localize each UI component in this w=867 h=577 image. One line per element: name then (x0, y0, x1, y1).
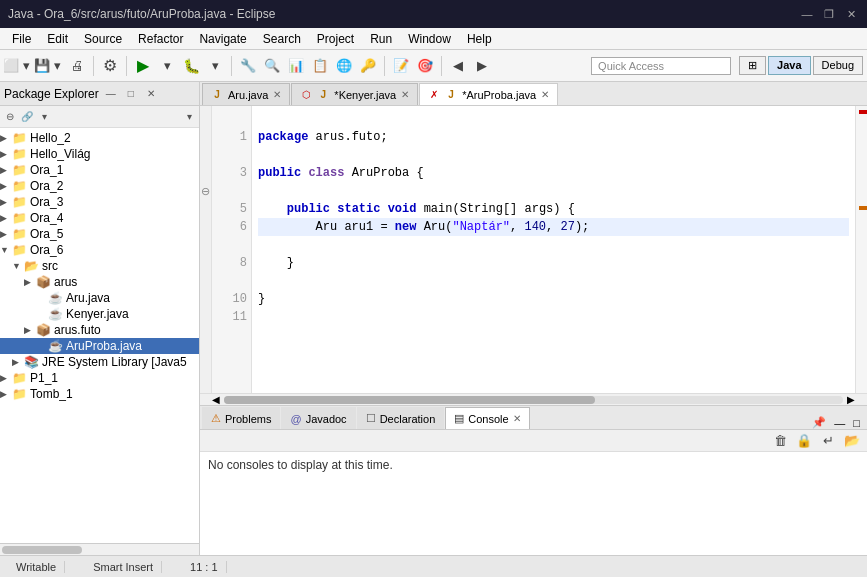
pe-collapse-all-button[interactable]: ⊖ (2, 109, 18, 125)
tab-kenyer-close[interactable]: ✕ (401, 89, 409, 100)
tree-item-ora_3[interactable]: ▶📁Ora_3 (0, 194, 199, 210)
tree-item-src[interactable]: ▼📂src (0, 258, 199, 274)
menu-search[interactable]: Search (255, 30, 309, 48)
tree-item-aruproba_java[interactable]: ☕AruProba.java (0, 338, 199, 354)
toolbar-btn-3[interactable]: 🔍 (261, 55, 283, 77)
tree-item-kenyer_java[interactable]: ☕Kenyer.java (0, 306, 199, 322)
toolbar-btn-6[interactable]: 🌐 (333, 55, 355, 77)
save-button[interactable]: 💾 (35, 55, 49, 77)
toolbar-btn-5[interactable]: 📋 (309, 55, 331, 77)
tree-item-arus[interactable]: ▶📦arus (0, 274, 199, 290)
console-scroll-lock-button[interactable]: 🔒 (793, 430, 815, 452)
horizontal-scrollbar-track[interactable] (224, 396, 843, 404)
tab-aru-close[interactable]: ✕ (273, 89, 281, 100)
run-dropdown-arrow[interactable]: ▾ (156, 55, 178, 77)
debug-perspective-button[interactable]: Debug (813, 56, 863, 75)
pe-minimize-button[interactable]: — (103, 86, 119, 102)
console-open-file-button[interactable]: 📂 (841, 430, 863, 452)
tree-label: Hello_Világ (30, 147, 91, 161)
tree-label: Ora_6 (30, 243, 63, 257)
tab-problems[interactable]: ⚠ Problems (202, 407, 280, 429)
back-button[interactable]: ◀ (447, 55, 469, 77)
tab-javadoc[interactable]: @ Javadoc (281, 407, 355, 429)
toolbar-btn-2[interactable]: 🔧 (237, 55, 259, 77)
console-close-button[interactable]: ✕ (513, 413, 521, 424)
save-dropdown[interactable]: 💾 ▾ (35, 55, 64, 77)
tab-aru-java[interactable]: J Aru.java ✕ (202, 83, 290, 105)
code-editor: ⊖ 1 3 5 6 8 10 11 package arus.futo; pub… (200, 106, 867, 393)
new-button[interactable]: ⬜ (4, 55, 18, 77)
horizontal-scrollbar-thumb[interactable] (224, 396, 595, 404)
minimize-button[interactable]: — (799, 6, 815, 22)
menu-edit[interactable]: Edit (39, 30, 76, 48)
new-dropdown[interactable]: ⬜ ▾ (4, 55, 33, 77)
kenyer-modified-icon: ⬡ (300, 89, 312, 101)
tree-item-ora_6[interactable]: ▼📁Ora_6 (0, 242, 199, 258)
menu-project[interactable]: Project (309, 30, 362, 48)
pe-close-button[interactable]: ✕ (143, 86, 159, 102)
tree-item-jre[interactable]: ▶📚JRE System Library [Java5 (0, 354, 199, 370)
pe-view-menu-button[interactable]: ▾ (181, 109, 197, 125)
open-perspective-button[interactable]: ⊞ (739, 56, 766, 75)
pe-menu-button[interactable]: ▾ (36, 109, 52, 125)
tree-item-hello_2[interactable]: ▶📁Hello_2 (0, 130, 199, 146)
editor-horizontal-scrollbar[interactable]: ◀ ▶ (200, 393, 867, 405)
tb-separator-1 (93, 56, 94, 76)
tree-item-ora_2[interactable]: ▶📁Ora_2 (0, 178, 199, 194)
toolbar-btn-9[interactable]: 🎯 (414, 55, 436, 77)
quick-access-box[interactable]: Quick Access (591, 57, 731, 75)
menu-run[interactable]: Run (362, 30, 400, 48)
forward-button[interactable]: ▶ (471, 55, 493, 77)
tree-label: src (42, 259, 58, 273)
tree-item-ora_1[interactable]: ▶📁Ora_1 (0, 162, 199, 178)
code-line-5: public static void main(String[] args) { (258, 200, 849, 218)
console-word-wrap-button[interactable]: ↵ (817, 430, 839, 452)
pe-scrollbar-thumb[interactable] (2, 546, 82, 554)
menu-window[interactable]: Window (400, 30, 459, 48)
tree-icon: 📁 (12, 243, 27, 257)
tree-item-aru_java[interactable]: ☕Aru.java (0, 290, 199, 306)
scroll-left-btn[interactable]: ◀ (212, 394, 220, 405)
menu-source[interactable]: Source (76, 30, 130, 48)
debug-dropdown-arrow[interactable]: ▾ (204, 55, 226, 77)
pe-maximize-button[interactable]: □ (123, 86, 139, 102)
tab-console[interactable]: ▤ Console ✕ (445, 407, 529, 429)
save-dropdown-arrow[interactable]: ▾ (50, 55, 64, 77)
console-minimize-button[interactable]: — (831, 417, 848, 429)
console-pin-button[interactable]: 📌 (809, 416, 829, 429)
code-content[interactable]: package arus.futo; public class AruProba… (252, 106, 855, 393)
print-button[interactable]: 🖨 (66, 55, 88, 77)
debug-run-button[interactable]: 🐛 (180, 55, 202, 77)
tab-aruproba-java-label: *AruProba.java (462, 89, 536, 101)
pe-scrollbar[interactable] (0, 543, 199, 555)
menu-help[interactable]: Help (459, 30, 500, 48)
scroll-right-btn[interactable]: ▶ (847, 394, 855, 405)
console-maximize-button[interactable]: □ (850, 417, 863, 429)
menu-refactor[interactable]: Refactor (130, 30, 191, 48)
toolbar-btn-8[interactable]: 📝 (390, 55, 412, 77)
tree-item-ora_4[interactable]: ▶📁Ora_4 (0, 210, 199, 226)
tree-item-hello_vilag[interactable]: ▶📁Hello_Világ (0, 146, 199, 162)
collapse-marker[interactable]: ⊖ (200, 182, 211, 200)
menu-file[interactable]: File (4, 30, 39, 48)
tab-declaration[interactable]: ☐ Declaration (357, 407, 445, 429)
tree-item-p1_1[interactable]: ▶📁P1_1 (0, 370, 199, 386)
menu-navigate[interactable]: Navigate (191, 30, 254, 48)
tree-item-ora_5[interactable]: ▶📁Ora_5 (0, 226, 199, 242)
console-clear-button[interactable]: 🗑 (769, 430, 791, 452)
run-button[interactable]: ▶ (132, 55, 154, 77)
tab-aruproba-java[interactable]: ✗ J *AruProba.java ✕ (419, 83, 558, 105)
toolbar-btn-1[interactable]: ⚙ (99, 55, 121, 77)
tree-item-arus_futo[interactable]: ▶📦arus.futo (0, 322, 199, 338)
tab-kenyer-java[interactable]: ⬡ J *Kenyer.java ✕ (291, 83, 418, 105)
tab-aruproba-close[interactable]: ✕ (541, 89, 549, 100)
code-line-3: public class AruProba { (258, 164, 849, 182)
java-perspective-button[interactable]: Java (768, 56, 810, 75)
pe-link-editor-button[interactable]: 🔗 (19, 109, 35, 125)
tree-item-tomb_1[interactable]: ▶📁Tomb_1 (0, 386, 199, 402)
toolbar-btn-7[interactable]: 🔑 (357, 55, 379, 77)
close-button[interactable]: ✕ (843, 6, 859, 22)
toolbar-btn-4[interactable]: 📊 (285, 55, 307, 77)
new-dropdown-arrow[interactable]: ▾ (19, 55, 33, 77)
maximize-button[interactable]: ❐ (821, 6, 837, 22)
